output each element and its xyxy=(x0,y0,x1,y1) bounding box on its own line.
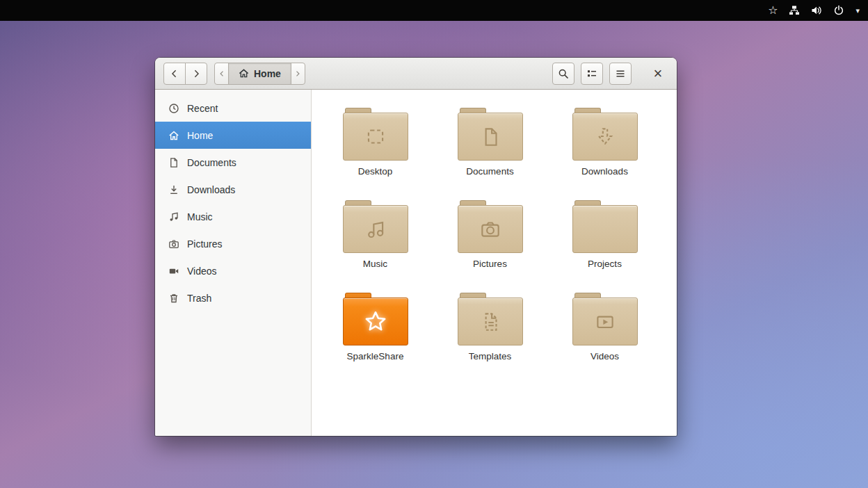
sidebar-item-label: Trash xyxy=(187,293,211,304)
folder-label: Pictures xyxy=(473,259,507,269)
search-button[interactable] xyxy=(552,63,574,85)
sidebar-item-label: Music xyxy=(187,211,213,222)
top-bar: ☆ ▾ xyxy=(0,0,868,21)
power-icon[interactable] xyxy=(833,0,844,21)
headerbar-actions: × xyxy=(552,63,668,85)
desktop-emblem-icon xyxy=(362,113,389,161)
sidebar-item-music[interactable]: Music xyxy=(155,203,311,230)
video-emblem-icon xyxy=(591,298,619,345)
path-scroll-left-button[interactable] xyxy=(214,63,229,85)
download-emblem-icon xyxy=(591,113,619,161)
camera-emblem-icon xyxy=(476,205,504,253)
folder-item-pictures[interactable]: Pictures xyxy=(433,200,547,269)
video-icon xyxy=(168,266,179,277)
folder-item-sparkleshare[interactable]: SparkleShare xyxy=(318,293,433,361)
favorites-icon[interactable]: ☆ xyxy=(768,0,778,21)
folder-item-music[interactable]: Music xyxy=(318,200,433,269)
folder-label: Downloads xyxy=(581,166,628,177)
sidebar-item-pictures[interactable]: Pictures xyxy=(155,230,311,257)
folder-item-documents[interactable]: Documents xyxy=(433,108,547,177)
close-button[interactable]: × xyxy=(648,63,668,85)
volume-icon[interactable] xyxy=(811,0,822,21)
document-icon xyxy=(168,157,179,168)
sidebar-item-videos[interactable]: Videos xyxy=(155,257,311,284)
folder-icon xyxy=(572,293,638,345)
path-home-button[interactable]: Home xyxy=(228,63,291,85)
folder-grid: Desktop Documents xyxy=(312,90,677,361)
forward-button[interactable] xyxy=(185,63,207,85)
folder-label: Music xyxy=(363,259,387,269)
folder-icon xyxy=(572,108,638,161)
sidebar-item-label: Home xyxy=(187,130,213,141)
sidebar-item-recent[interactable]: Recent xyxy=(155,95,311,122)
star-emblem-icon xyxy=(362,298,389,345)
folder-label: SparkleShare xyxy=(347,351,404,361)
sidebar-item-documents[interactable]: Documents xyxy=(155,149,311,176)
sidebar-item-home[interactable]: Home xyxy=(155,122,311,149)
music-note-icon xyxy=(168,211,179,222)
download-icon xyxy=(168,184,179,195)
sidebar-item-label: Downloads xyxy=(187,184,235,195)
network-icon[interactable] xyxy=(789,0,800,21)
sidebar-item-label: Recent xyxy=(187,103,218,114)
folder-item-projects[interactable]: Projects xyxy=(547,200,662,269)
folder-icon xyxy=(458,293,523,345)
path-home-label: Home xyxy=(254,68,281,79)
path-bar: Home xyxy=(214,63,305,85)
trash-icon xyxy=(168,293,179,304)
back-button[interactable] xyxy=(163,63,186,85)
view-toggle-button[interactable] xyxy=(581,63,603,85)
folder-item-desktop[interactable]: Desktop xyxy=(318,108,433,177)
folder-label: Desktop xyxy=(358,166,393,177)
folder-icon xyxy=(572,200,638,253)
menu-button[interactable] xyxy=(609,63,632,85)
home-icon xyxy=(168,130,179,141)
window-body: Recent Home Documents Downloads xyxy=(155,90,677,436)
folder-label: Videos xyxy=(590,351,619,361)
sidebar-item-trash[interactable]: Trash xyxy=(155,284,311,311)
folder-icon-orange xyxy=(343,293,408,345)
folder-label: Projects xyxy=(588,259,622,269)
folder-label: Documents xyxy=(466,166,513,177)
sidebar: Recent Home Documents Downloads xyxy=(155,90,312,436)
system-menu-chevron-icon[interactable]: ▾ xyxy=(855,0,860,21)
music-emblem-icon xyxy=(362,205,389,253)
nav-button-group xyxy=(163,63,207,85)
headerbar: Home xyxy=(155,58,677,90)
home-icon xyxy=(239,68,249,79)
document-emblem-icon xyxy=(476,113,504,161)
file-manager-window: Home xyxy=(155,58,677,436)
folder-item-videos[interactable]: Videos xyxy=(547,293,662,361)
folder-item-downloads[interactable]: Downloads xyxy=(547,108,662,177)
folder-icon xyxy=(343,200,408,253)
template-emblem-icon xyxy=(476,298,504,345)
sidebar-item-label: Pictures xyxy=(187,238,223,250)
sidebar-item-downloads[interactable]: Downloads xyxy=(155,176,311,203)
file-grid-view: Desktop Documents xyxy=(312,90,677,436)
path-scroll-right-button[interactable] xyxy=(291,63,305,85)
folder-icon xyxy=(343,108,408,161)
folder-label: Templates xyxy=(469,351,512,361)
camera-icon xyxy=(168,238,179,250)
recent-clock-icon xyxy=(168,103,179,114)
sidebar-item-label: Documents xyxy=(187,157,236,168)
folder-item-templates[interactable]: Templates xyxy=(433,293,547,361)
folder-icon xyxy=(458,200,523,253)
sidebar-item-label: Videos xyxy=(187,266,217,277)
folder-icon xyxy=(458,108,523,161)
